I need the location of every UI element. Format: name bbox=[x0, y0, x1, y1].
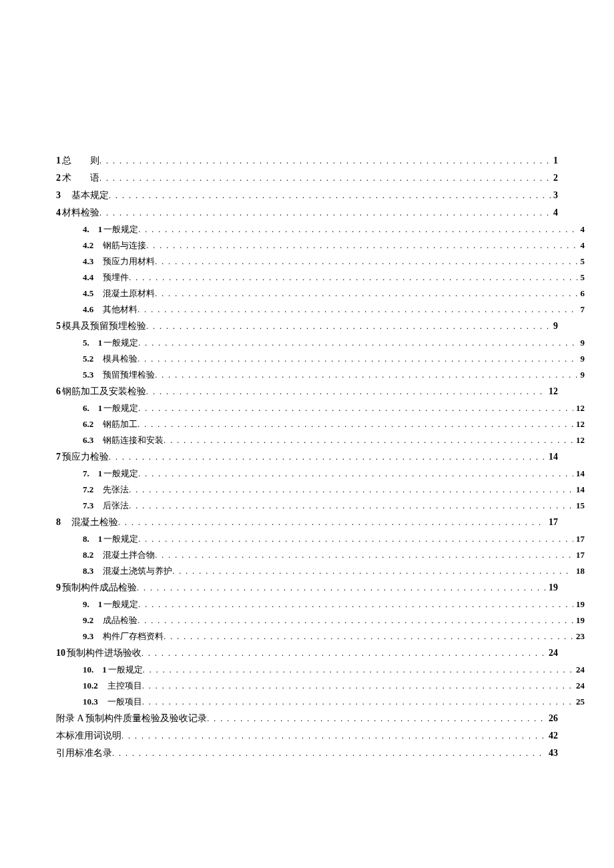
toc-label: 7. 1一般规定 bbox=[83, 466, 138, 481]
toc-entry: 1总 则1 bbox=[56, 152, 558, 169]
toc-leader bbox=[155, 368, 577, 383]
toc-leader bbox=[137, 417, 573, 432]
toc-label: 6. 1一般规定 bbox=[83, 400, 138, 416]
toc-entry: 10. 1一般规定24 bbox=[83, 662, 585, 678]
toc-label: 4.6其他材料 bbox=[83, 302, 137, 317]
toc-leader bbox=[142, 679, 573, 694]
toc-label: 5. 1一般规定 bbox=[83, 335, 138, 350]
toc-label: 2术 语 bbox=[56, 169, 99, 187]
toc-leader bbox=[143, 663, 573, 678]
toc-label: 6.3钢筋连接和安装 bbox=[83, 432, 164, 448]
toc-number: 9.3 bbox=[83, 631, 95, 641]
toc-number: 10.2 bbox=[83, 681, 99, 691]
toc-leader bbox=[138, 401, 573, 416]
toc-label: 6.2钢筋加工 bbox=[83, 416, 137, 432]
toc-entry: 4材料检验4 bbox=[56, 204, 558, 222]
toc-title: 一般规定 bbox=[103, 224, 138, 234]
toc-leader bbox=[137, 302, 577, 318]
toc-title: 本标准用词说明 bbox=[56, 731, 121, 741]
toc-page-number: 5 bbox=[578, 270, 585, 285]
toc-page-number: 24 bbox=[573, 662, 585, 677]
toc-entry: 5. 1一般规定9 bbox=[83, 335, 585, 351]
toc-page-number: 24 bbox=[573, 678, 585, 693]
toc-label: 5.2模具检验 bbox=[83, 351, 137, 366]
toc-page-number: 9 bbox=[578, 367, 585, 382]
toc-entry: 4.5混凝土原材料6 bbox=[83, 286, 585, 302]
toc-number: 4.6 bbox=[83, 304, 95, 314]
toc-entry: 4.2钢筋与连接4 bbox=[83, 238, 585, 254]
toc: 1总 则12术 语23 基本规定34材料检验44. 1一般规定44.2钢筋与连接… bbox=[56, 152, 558, 762]
toc-number: 6 bbox=[56, 386, 62, 396]
toc-entry: 7. 1一般规定14 bbox=[83, 466, 585, 482]
toc-label: 4.2钢筋与连接 bbox=[83, 238, 146, 253]
toc-label: 6钢筋加工及安装检验 bbox=[56, 383, 146, 400]
toc-page-number: 14 bbox=[546, 448, 558, 466]
toc-entry: 10.3一般项目25 bbox=[83, 694, 585, 710]
toc-entry: 附录 A 预制构件质量检验及验收记录26 bbox=[56, 710, 558, 727]
toc-leader bbox=[99, 152, 551, 169]
toc-number: 6.3 bbox=[83, 435, 95, 445]
toc-title: 一般规定 bbox=[103, 599, 138, 609]
toc-number: 1 bbox=[56, 155, 62, 165]
toc-leader bbox=[137, 579, 546, 596]
toc-title: 构件厂存档资料 bbox=[95, 631, 164, 641]
toc-page-number: 17 bbox=[573, 547, 585, 562]
toc-title: 钢筋连接和安装 bbox=[95, 435, 164, 445]
toc-label: 8.3混凝土浇筑与养护 bbox=[83, 563, 172, 578]
toc-entry: 7预应力检验14 bbox=[56, 448, 558, 466]
toc-leader bbox=[109, 448, 546, 466]
toc-label: 本标准用词说明 bbox=[56, 727, 121, 745]
toc-number: 7.3 bbox=[83, 500, 95, 510]
toc-page-number: 24 bbox=[546, 644, 558, 662]
toc-page-number: 4 bbox=[551, 204, 558, 222]
toc-leader bbox=[109, 187, 551, 204]
toc-label: 1总 则 bbox=[56, 152, 99, 169]
toc-label: 10预制构件进场验收 bbox=[56, 644, 141, 662]
toc-entry: 10.2主控项目24 bbox=[83, 678, 585, 694]
toc-leader bbox=[138, 466, 573, 482]
toc-entry: 9.2成品检验19 bbox=[83, 612, 585, 628]
toc-entry: 6.3钢筋连接和安装12 bbox=[83, 432, 585, 448]
toc-page-number: 6 bbox=[578, 286, 585, 301]
toc-title: 预留预埋检验 bbox=[95, 370, 155, 380]
toc-page-number: 4 bbox=[578, 222, 585, 237]
toc-entry: 8.3混凝土浇筑与养护18 bbox=[83, 563, 585, 579]
toc-leader bbox=[121, 727, 546, 745]
toc-title: 术 语 bbox=[62, 173, 99, 183]
toc-number: 8 bbox=[56, 517, 62, 527]
toc-entry: 5.2模具检验9 bbox=[83, 351, 585, 367]
toc-leader bbox=[146, 383, 546, 400]
toc-leader bbox=[137, 352, 577, 367]
toc-number: 2 bbox=[56, 173, 62, 183]
toc-number: 4.2 bbox=[83, 240, 95, 250]
toc-page-number: 43 bbox=[546, 745, 558, 762]
toc-label: 4.3预应力用材料 bbox=[83, 254, 155, 269]
toc-entry: 9预制构件成品检验19 bbox=[56, 579, 558, 596]
toc-page-number: 2 bbox=[551, 169, 558, 187]
toc-title: 一般规定 bbox=[103, 403, 138, 413]
toc-leader bbox=[155, 286, 577, 302]
toc-number: 9.2 bbox=[83, 615, 95, 625]
page: 1总 则12术 语23 基本规定34材料检验44. 1一般规定44.2钢筋与连接… bbox=[0, 0, 614, 868]
toc-leader bbox=[118, 514, 546, 531]
toc-label: 5模具及预留预埋检验 bbox=[56, 318, 146, 335]
toc-page-number: 19 bbox=[573, 612, 585, 628]
toc-page-number: 18 bbox=[573, 563, 585, 578]
toc-title: 混凝土拌合物 bbox=[95, 550, 155, 560]
toc-number: 7.2 bbox=[83, 484, 95, 494]
toc-title: 预埋件 bbox=[95, 272, 129, 282]
toc-entry: 10预制构件进场验收24 bbox=[56, 644, 558, 662]
toc-entry: 8 混凝土检验17 bbox=[56, 514, 558, 531]
toc-title: 一般规定 bbox=[108, 665, 143, 675]
toc-title: 一般规定 bbox=[103, 338, 138, 348]
toc-leader bbox=[112, 745, 546, 762]
toc-page-number: 42 bbox=[546, 727, 558, 745]
toc-title: 后张法 bbox=[95, 500, 129, 510]
toc-number: 4.4 bbox=[83, 272, 95, 282]
toc-number: 4 bbox=[56, 207, 62, 218]
toc-entry: 6钢筋加工及安装检验12 bbox=[56, 383, 558, 400]
toc-entry: 4.6其他材料7 bbox=[83, 302, 585, 318]
toc-label: 4.5混凝土原材料 bbox=[83, 286, 155, 301]
toc-label: 5.3预留预埋检验 bbox=[83, 367, 155, 382]
toc-page-number: 14 bbox=[573, 466, 585, 481]
